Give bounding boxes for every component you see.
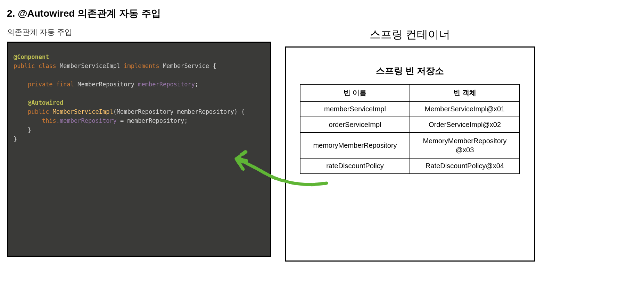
kw-private: private [28,81,53,88]
code-line-8: this.memberRepository = memberRepository… [14,116,264,125]
bean-name-cell: memoryMemberRepository [300,133,410,158]
table-row: memoryMemberRepository MemoryMemberRepos… [300,133,520,158]
interface-name: MemberService [163,62,209,69]
assign-rhs: memberRepository [127,117,184,124]
bean-obj-cell: RateDiscountPolicy@x04 [410,158,520,174]
eq: = [117,117,127,124]
semi: ; [195,81,198,88]
code-line-2: public class MemberServiceImpl implement… [14,61,264,70]
code-line-4: private final MemberRepository memberRep… [14,80,264,89]
code-line-5 [14,89,264,98]
param-type: MemberRepository [117,108,174,115]
left-panel: 의존관계 자동 주입 @Componentpublic class Member… [7,27,271,257]
left-subtitle: 의존관계 자동 주입 [7,27,271,37]
bean-name-cell: rateDiscountPolicy [300,158,410,174]
table-header-name: 빈 이름 [300,84,410,101]
bean-table: 빈 이름 빈 객체 memberServiceImpl MemberServic… [300,84,520,174]
diagram-container: 의존관계 자동 주입 @Componentpublic class Member… [7,27,637,262]
kw-public-2: public [28,108,49,115]
constructor-name: MemberServiceImpl [53,108,113,115]
annotation-autowired: @Autowired [28,99,63,106]
field-name: memberRepository [138,81,195,88]
paren-open: ( [113,108,117,115]
container-title: 스프링 컨테이너 [285,27,535,42]
bean-obj-cell: MemberServiceImpl@x01 [410,101,520,117]
table-row: rateDiscountPolicy RateDiscountPolicy@x0… [300,158,520,174]
code-line-7: public MemberServiceImpl(MemberRepositor… [14,107,264,116]
brace-close-1: } [28,127,31,134]
code-line-1: @Component [14,52,264,61]
kw-final: final [56,81,74,88]
kw-class: class [39,62,56,69]
table-row: orderServiceImpl OrderServiceImpl@x02 [300,117,520,133]
code-line-10: } [14,135,264,144]
brace-close-2: } [14,136,17,143]
bean-obj-cell: OrderServiceImpl@x02 [410,117,520,133]
kw-implements: implements [124,62,159,69]
bean-obj-cell: MemoryMemberRepository@x03 [410,133,520,158]
bean-name-cell: memberServiceImpl [300,101,410,117]
field-type: MemberRepository [77,81,134,88]
kw-this: this [42,117,56,124]
kw-public: public [14,62,35,69]
semi-2: ; [184,117,188,124]
storage-title: 스프링 빈 저장소 [300,65,520,77]
annotation-component: @Component [14,53,49,60]
paren-close: ) { [234,108,245,115]
right-panel: 스프링 컨테이너 스프링 빈 저장소 빈 이름 빈 객체 memberServi… [285,27,535,262]
code-line-6: @Autowired [14,98,264,107]
main-heading: 2. @Autowired 의존관계 자동 주입 [7,7,637,20]
this-field: .memberRepository [56,117,117,124]
table-header-row: 빈 이름 빈 객체 [300,84,520,101]
bean-name-cell: orderServiceImpl [300,117,410,133]
code-line-9: } [14,126,264,135]
brace: { [209,62,216,69]
spring-container-box: 스프링 빈 저장소 빈 이름 빈 객체 memberServiceImpl Me… [285,46,535,262]
table-header-obj: 빈 객체 [410,84,520,101]
code-line-3 [14,71,264,80]
class-name: MemberServiceImpl [60,62,120,69]
code-block: @Componentpublic class MemberServiceImpl… [7,42,271,257]
table-row: memberServiceImpl MemberServiceImpl@x01 [300,101,520,117]
param-name: memberRepository [177,108,234,115]
